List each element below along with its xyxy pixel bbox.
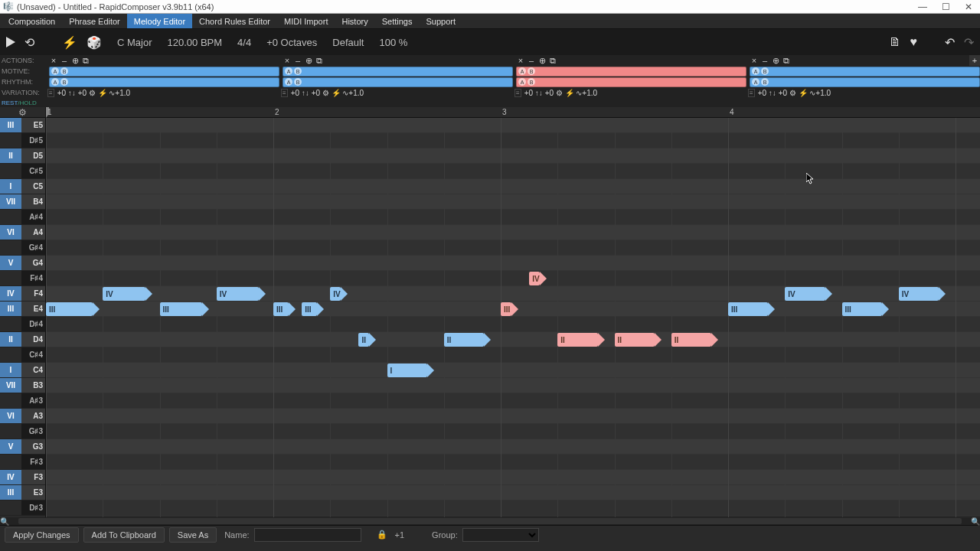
motive-cell[interactable]: AB	[279, 66, 513, 77]
zoom-label[interactable]: 100 %	[379, 37, 407, 48]
piano-key-F♯4[interactable]: F♯4	[0, 271, 45, 286]
plus-bar-icon[interactable]: ⊕	[70, 56, 80, 65]
plus-bar-icon[interactable]: ⊕	[304, 56, 313, 65]
motive-cell[interactable]: AB	[46, 66, 279, 77]
minus-bar-icon[interactable]: –	[760, 56, 769, 65]
piano-key-G♯4[interactable]: G♯4	[0, 240, 45, 256]
piano-key-D♯5[interactable]: D♯5	[0, 133, 45, 148]
rhythm-cell[interactable]: AB	[279, 77, 513, 87]
piano-key-D♯3[interactable]: D♯3	[0, 500, 45, 516]
horizontal-scrollbar[interactable]: 🔍 🔍	[0, 517, 980, 525]
play-button[interactable]	[6, 37, 15, 47]
note[interactable]: II	[671, 333, 711, 347]
note[interactable]: IV+	[529, 272, 540, 285]
settings-button[interactable]: ⚙	[0, 107, 45, 118]
zoom-in-icon[interactable]: 🔍	[971, 517, 980, 526]
note[interactable]: IV	[899, 287, 939, 301]
save-as-button[interactable]: Save As	[169, 527, 217, 543]
minimize-button[interactable]: —	[911, 0, 934, 14]
piano-key-C4[interactable]: IC4	[0, 363, 45, 378]
note[interactable]: IV	[785, 287, 825, 301]
note[interactable]: IV	[103, 287, 145, 301]
timesig-label[interactable]: 4/4	[237, 37, 251, 48]
plus-bar-icon[interactable]: ⊕	[537, 56, 547, 65]
rhythm-cell[interactable]: AB	[513, 77, 746, 87]
generate-button[interactable]: ⚡	[62, 35, 77, 50]
velocity-label[interactable]: Default	[332, 37, 364, 48]
zoom-out-icon[interactable]: 🔍	[0, 517, 9, 526]
piano-key-E5[interactable]: IIIE5	[0, 118, 45, 133]
note[interactable]: III	[273, 302, 289, 316]
menu-chord-rules-editor[interactable]: Chord Rules Editor	[192, 14, 277, 28]
randomize-button[interactable]: 🎲	[87, 35, 102, 50]
piano-key-A4[interactable]: VIA4	[0, 225, 45, 240]
note-grid[interactable]: 1234 IIIIVIIIIVIIIIIIIVIIIIIIIIIV+IIIIII…	[46, 107, 980, 517]
piano-key-C♯4[interactable]: C♯4	[0, 347, 45, 363]
redo-button[interactable]: ↷	[964, 35, 974, 50]
undo-button[interactable]: ↶	[945, 35, 955, 50]
note[interactable]: III	[46, 302, 93, 316]
add-bar-button[interactable]: +	[969, 55, 980, 66]
minus-bar-icon[interactable]: –	[293, 56, 302, 65]
variation-cell[interactable]: ≡+0 ↑↓ +0 ⚙ ⚡ ∿+1.0	[746, 87, 980, 98]
note[interactable]: II	[557, 333, 597, 347]
variation-cell[interactable]: ≡+0 ↑↓ +0 ⚙ ⚡ ∿+1.0	[46, 87, 279, 98]
menu-history[interactable]: History	[335, 14, 374, 28]
note[interactable]: II	[615, 333, 655, 347]
group-select[interactable]	[462, 528, 539, 542]
piano-key-B4[interactable]: VIIB4	[0, 194, 45, 210]
save-preset-button[interactable]: 🗎	[889, 35, 901, 49]
rhythm-cell[interactable]: AB	[746, 77, 980, 87]
scrollbar-track[interactable]	[18, 518, 962, 524]
note[interactable]: IV	[330, 287, 341, 301]
favorite-button[interactable]: ♥	[910, 35, 918, 49]
apply-changes-button[interactable]: Apply Changes	[5, 527, 79, 543]
copy-bar-icon[interactable]: ⧉	[315, 56, 324, 65]
loop-button[interactable]: ⟲	[24, 35, 34, 50]
note[interactable]: I	[387, 364, 427, 377]
lock-icon[interactable]: 🔒	[377, 530, 387, 540]
piano-key-F3[interactable]: IVF3	[0, 470, 45, 485]
note[interactable]: III	[501, 302, 511, 316]
motive-cell[interactable]: AB	[513, 66, 746, 77]
motive-cell[interactable]: AB	[746, 66, 980, 77]
piano-key-E4[interactable]: IIIE4	[0, 302, 45, 317]
piano-key-G♯3[interactable]: G♯3	[0, 424, 45, 439]
close-bar-icon[interactable]: ×	[516, 56, 525, 65]
piano-key-A♯4[interactable]: A♯4	[0, 210, 45, 225]
copy-bar-icon[interactable]: ⧉	[81, 56, 90, 65]
menu-melody-editor[interactable]: Melody Editor	[127, 14, 192, 28]
piano-key-C5[interactable]: IC5	[0, 179, 45, 194]
add-to-clipboard-button[interactable]: Add To Clipboard	[83, 527, 165, 543]
piano-key-F♯3[interactable]: F♯3	[0, 455, 45, 470]
name-input[interactable]	[254, 528, 361, 542]
note[interactable]: III	[842, 302, 882, 316]
note[interactable]: II	[444, 333, 484, 347]
close-bar-icon[interactable]: ×	[283, 56, 292, 65]
bar-ruler[interactable]: 1234	[46, 107, 980, 118]
menu-settings[interactable]: Settings	[375, 14, 420, 28]
note[interactable]: III	[160, 302, 202, 316]
rhythm-cell[interactable]: AB	[46, 77, 279, 87]
variation-cell[interactable]: ≡+0 ↑↓ +0 ⚙ ⚡ ∿+1.0	[279, 87, 513, 98]
piano-key-C♯5[interactable]: C♯5	[0, 164, 45, 179]
close-bar-icon[interactable]: ×	[750, 56, 759, 65]
plus-bar-icon[interactable]: ⊕	[771, 56, 780, 65]
minus-bar-icon[interactable]: –	[60, 56, 69, 65]
plus-one-label[interactable]: +1	[395, 530, 405, 540]
note[interactable]: II	[358, 333, 369, 347]
piano-key-F4[interactable]: IVF4	[0, 286, 45, 302]
minus-bar-icon[interactable]: –	[527, 56, 536, 65]
note[interactable]: III	[302, 302, 317, 316]
close-button[interactable]: ✕	[957, 0, 980, 14]
menu-support[interactable]: Support	[419, 14, 462, 28]
copy-bar-icon[interactable]: ⧉	[548, 56, 557, 65]
piano-key-D4[interactable]: IID4	[0, 332, 45, 347]
piano-key-B3[interactable]: VIIB3	[0, 378, 45, 393]
close-bar-icon[interactable]: ×	[49, 56, 58, 65]
piano-key-E3[interactable]: IIIE3	[0, 485, 45, 500]
variation-cell[interactable]: ≡+0 ↑↓ +0 ⚙ ⚡ ∿+1.0	[513, 87, 746, 98]
maximize-button[interactable]: ☐	[934, 0, 957, 14]
piano-key-A3[interactable]: VIA3	[0, 409, 45, 424]
octave-label[interactable]: +0 Octaves	[266, 37, 317, 48]
